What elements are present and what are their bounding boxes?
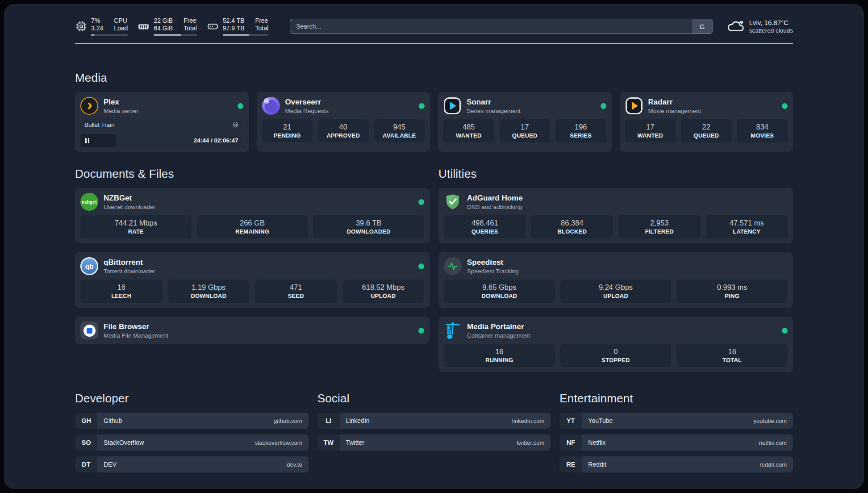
app-subtitle: Container management [467, 332, 530, 339]
bookmark-url: twitter.com [517, 439, 544, 446]
filebrowser-card[interactable]: File Browser Media File Management [75, 317, 430, 344]
app-subtitle: Movie management [648, 107, 701, 115]
cpu-progress-bar [91, 34, 128, 36]
pause-icon[interactable] [85, 138, 87, 143]
section-title-social: Social [317, 392, 551, 405]
bookmark-abbr: LI [317, 413, 340, 429]
plex-card[interactable]: Plex Media server Bullet Train 24:44 / 0… [75, 92, 249, 152]
bookmark-abbr: YT [559, 413, 582, 429]
app-subtitle: Speedtest Tracking [467, 267, 519, 275]
app-title: NZBGet [104, 193, 155, 203]
app-title: qBittorrent [104, 258, 155, 267]
status-online-dot [418, 263, 424, 269]
sonarr-icon [443, 97, 461, 115]
app-title: Media Portainer [467, 322, 530, 331]
app-subtitle: DNS and adblocking [467, 203, 523, 211]
bookmark-twitter[interactable]: TW Twittertwitter.com [317, 435, 551, 451]
bookmark-abbr: GH [75, 413, 97, 429]
status-online-dot [418, 328, 424, 334]
stat-tile-rate: 744.21 MbpsRATE [80, 215, 192, 238]
stat-tile-latency: 47.571 msLATENCY [706, 215, 788, 238]
bookmark-name: YouTube [588, 417, 613, 424]
bookmark-url: dev.to [287, 461, 302, 468]
stat-tile-queries: 498,461QUERIES [444, 215, 526, 238]
stat-tile-upload: 9.24 GbpsUPLOAD [560, 280, 672, 303]
now-playing-row: Bullet Train [80, 119, 243, 131]
speedtest-card[interactable]: Speedtest Speedtest Tracking 9.65 GbpsDO… [438, 252, 793, 308]
stat-tile-available: 945AVAILABLE [374, 119, 425, 142]
bookmark-name: Github [104, 417, 122, 424]
status-online-dot [418, 199, 424, 205]
app-subtitle: Media File Management [104, 332, 168, 339]
bookmark-dev[interactable]: DT DEVdev.to [75, 456, 309, 472]
app-title: Overseerr [285, 97, 329, 107]
nzbget-card[interactable]: nzbget NZBGet Usenet downloader 744.21 M… [75, 188, 430, 243]
bookmark-name: Reddit [588, 461, 606, 468]
stat-tile-wanted: 485WANTED [443, 119, 494, 142]
bookmark-linkedin[interactable]: LI LinkedInlinkedin.com [317, 413, 551, 429]
status-online-dot [419, 103, 425, 109]
portainer-card[interactable]: Media Portainer Container management 16R… [438, 317, 793, 372]
memory-total-label: Total [184, 25, 197, 32]
section-title-media: Media [75, 71, 793, 85]
stat-tile-queued: 17QUEUED [500, 119, 551, 142]
entertainment-bookmarks: Entertainment YT YouTubeyoutube.com NF N… [559, 392, 793, 472]
bookmark-abbr: NF [559, 435, 582, 451]
overseerr-card[interactable]: Overseerr Media Requests 21PENDING 40APP… [257, 92, 430, 152]
app-subtitle: Media Requests [285, 107, 329, 115]
stat-tile-approved: 40APPROVED [318, 119, 369, 142]
status-online-dot [782, 103, 788, 109]
bookmark-github[interactable]: GH Githubgithub.com [75, 413, 309, 429]
bookmark-name: LinkedIn [346, 417, 370, 424]
sonarr-card[interactable]: Sonarr Series management 485WANTED 17QUE… [438, 92, 612, 152]
stat-tile-download: 1.19 GbpsDOWNLOAD [168, 280, 250, 303]
search-engine-button[interactable]: G [692, 19, 713, 33]
plex-icon [80, 97, 98, 115]
cpu-icon [75, 21, 87, 33]
dashboard-window: 7% CPU 3.24 Load 22 GiB Free 64 GiB Tota… [4, 4, 864, 489]
stat-tile-ping: 0.993 msPING [676, 280, 788, 303]
stat-tile-total: 16TOTAL [676, 344, 788, 367]
qbittorrent-card[interactable]: qb qBittorrent Torrent downloader 16LEEC… [75, 252, 430, 308]
bookmark-abbr: RE [559, 456, 582, 472]
bookmark-url: youtube.com [754, 418, 787, 424]
status-online-dot [601, 103, 606, 109]
bookmark-youtube[interactable]: YT YouTubeyoutube.com [559, 413, 793, 429]
adguard-card[interactable]: AdGuard Home DNS and adblocking 498,461Q… [438, 188, 793, 243]
radarr-card[interactable]: Radarr Movie management 17WANTED 22QUEUE… [620, 92, 793, 152]
app-title: Sonarr [467, 97, 521, 107]
stat-tile-running: 16RUNNING [444, 344, 555, 367]
stat-tile-leech: 16LEECH [80, 280, 163, 303]
bookmark-url: netflix.com [759, 439, 787, 446]
app-title: Speedtest [467, 258, 519, 267]
bookmark-url: reddit.com [760, 461, 787, 468]
stat-tile-stopped: 0STOPPED [560, 344, 672, 367]
memory-free-value: 22 GiB [154, 17, 173, 25]
storage-progress-bar [223, 34, 268, 36]
cpu-usage-value: 7% [91, 17, 103, 25]
stat-tile-movies: 834MOVIES [737, 119, 788, 142]
nzbget-icon: nzbget [80, 193, 98, 211]
app-title: File Browser [104, 322, 168, 331]
bookmark-reddit[interactable]: RE Redditreddit.com [559, 456, 793, 472]
playback-progress-bar[interactable]: 24:44 / 02:06:47 [80, 134, 243, 147]
bookmark-name: Netflix [588, 439, 605, 446]
memory-stat-group: 22 GiB Free 64 GiB Total [138, 17, 196, 36]
memory-progress-bar [154, 34, 196, 36]
search-input[interactable] [290, 19, 713, 34]
bookmark-stackoverflow[interactable]: SO StackOverflowstackoverflow.com [75, 435, 309, 451]
cpu-load-label: Load [114, 25, 128, 32]
memory-free-label: Free [184, 17, 197, 25]
bookmark-abbr: SO [75, 435, 97, 451]
stat-tile-series: 196SERIES [555, 119, 606, 142]
bookmark-url: linkedin.com [512, 418, 544, 424]
overseerr-icon [262, 97, 280, 115]
bookmark-netflix[interactable]: NF Netflixnetflix.com [559, 435, 793, 451]
memory-total-value: 64 GiB [154, 25, 173, 32]
section-title-documents: Documents & Files [75, 167, 430, 181]
social-bookmarks: Social LI LinkedInlinkedin.com TW Twitte… [317, 392, 551, 472]
app-title: Plex [104, 97, 138, 107]
storage-stat-group: 52.4 TB Free 97.9 TB Total [207, 17, 268, 36]
storage-free-value: 52.4 TB [223, 17, 245, 25]
gear-icon[interactable] [232, 121, 239, 129]
